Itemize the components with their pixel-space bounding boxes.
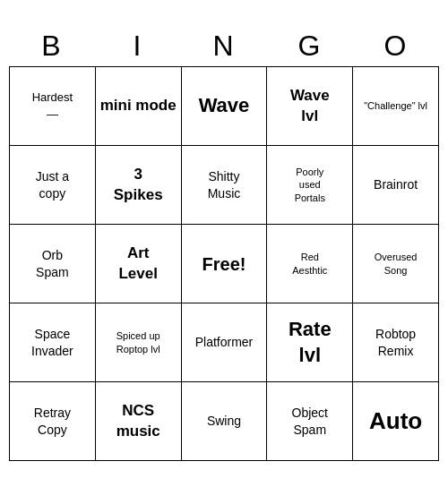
cell-3-0: SpaceInvader <box>10 303 96 382</box>
cell-0-0: Hardest— <box>10 67 96 146</box>
cell-0-4: "Challenge" lvl <box>353 67 439 146</box>
header-o: O <box>353 26 439 66</box>
cell-4-3: ObjectSpam <box>267 382 353 461</box>
bingo-grid: Hardest— mini mode Wave Wavelvl "Challen… <box>9 66 439 461</box>
cell-4-1: NCSmusic <box>96 382 182 461</box>
cell-2-1: ArtLevel <box>96 225 182 303</box>
cell-1-4: Brainrot <box>353 146 439 225</box>
cell-3-2: Platformer <box>182 303 268 382</box>
cell-3-1: Spiced upRoptop lvl <box>96 303 182 382</box>
cell-0-3: Wavelvl <box>267 67 353 146</box>
cell-2-2: Free! <box>182 225 268 303</box>
cell-2-0: OrbSpam <box>10 225 96 303</box>
cell-0-2: Wave <box>182 67 268 146</box>
cell-4-2: Swing <box>182 382 268 461</box>
header-g: G <box>267 26 353 66</box>
cell-1-0: Just acopy <box>10 146 96 225</box>
bingo-card: B I N G O Hardest— mini mode Wave Wavelv… <box>9 26 439 461</box>
header-i: I <box>95 26 181 66</box>
cell-3-4: RobtopRemix <box>353 303 439 382</box>
header-n: N <box>181 26 267 66</box>
header-b: B <box>9 26 95 66</box>
cell-3-3: Ratelvl <box>267 303 353 382</box>
cell-0-1: mini mode <box>96 67 182 146</box>
cell-4-0: RetrayCopy <box>10 382 96 461</box>
cell-1-3: PoorlyusedPortals <box>267 146 353 225</box>
cell-1-2: ShittyMusic <box>182 146 268 225</box>
bingo-header: B I N G O <box>9 26 439 66</box>
cell-4-4: Auto <box>353 382 439 461</box>
cell-2-4: OverusedSong <box>353 225 439 303</box>
cell-1-1: 3Spikes <box>96 146 182 225</box>
cell-2-3: RedAesthtic <box>267 225 353 303</box>
